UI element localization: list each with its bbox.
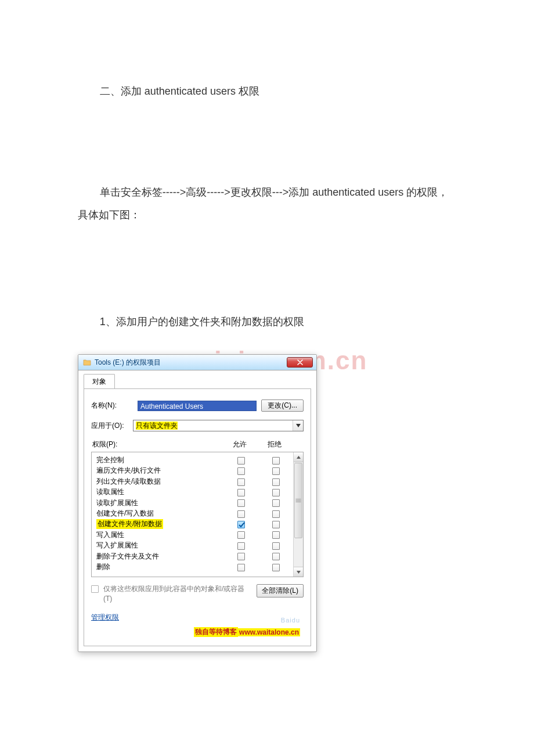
permission-row: 删除子文件夹及文件 (96, 551, 293, 561)
permission-row: 完全控制 (96, 455, 293, 465)
allow-checkbox[interactable] (237, 542, 245, 550)
tab-body: 名称(N): Authenticated Users 更改(C)... 应用于(… (84, 388, 311, 646)
allow-checkbox[interactable] (237, 499, 245, 507)
permissions-label: 权限(P): (92, 440, 222, 449)
allow-checkbox[interactable] (237, 510, 245, 518)
permission-label: 完全控制 (96, 455, 223, 465)
permission-row: 创建文件/写入数据 (96, 508, 293, 519)
deny-checkbox[interactable] (272, 467, 280, 475)
deny-checkbox[interactable] (272, 478, 280, 486)
permission-label: 删除 (96, 562, 223, 572)
permission-row: 写入扩展属性 (96, 541, 293, 551)
permission-label: 删除子文件夹及文件 (96, 552, 223, 561)
permission-label: 读取属性 (96, 487, 223, 497)
permission-label: 创建文件/写入数据 (96, 509, 223, 519)
allow-checkbox[interactable] (237, 564, 245, 571)
permission-row: 列出文件夹/读取数据 (96, 476, 293, 487)
manage-permissions-link[interactable]: 管理权限 (91, 613, 119, 622)
permission-row: 写入属性 (96, 530, 293, 540)
footer-url: www.waitalone.cn (238, 628, 300, 636)
apply-only-label: 仅将这些权限应用到此容器中的对象和/或容器(T) (103, 584, 252, 603)
deny-checkbox[interactable] (272, 553, 280, 560)
deny-checkbox[interactable] (272, 542, 280, 550)
doc-step: 1、添加用户的创建文件夹和附加数据的权限 (78, 311, 456, 334)
applyto-value: 只有该文件夹 (136, 422, 178, 430)
apply-only-checkbox[interactable] (91, 585, 99, 593)
deny-checkbox[interactable] (272, 499, 280, 507)
permission-row: 读取扩展属性 (96, 498, 293, 508)
tab-object[interactable]: 对象 (84, 374, 115, 388)
applyto-label: 应用于(O): (91, 421, 133, 431)
chevron-down-icon (293, 420, 303, 431)
permission-label: 写入属性 (96, 530, 223, 540)
allow-checkbox[interactable] (237, 489, 245, 496)
scrollbar[interactable] (293, 452, 303, 577)
dialog-title: Tools (E:) 的权限项目 (95, 358, 283, 368)
scroll-down-icon[interactable] (294, 567, 303, 577)
permission-row: 遍历文件夹/执行文件 (96, 466, 293, 476)
name-label: 名称(N): (91, 401, 133, 411)
allow-checkbox[interactable] (237, 553, 245, 560)
permission-label: 遍历文件夹/执行文件 (96, 466, 223, 476)
allow-checkbox[interactable] (237, 531, 245, 539)
permissions-list: 完全控制遍历文件夹/执行文件列出文件夹/读取数据读取属性读取扩展属性创建文件/写… (91, 452, 304, 577)
footer-ghost-text: Baidu (281, 617, 300, 624)
dialog-titlebar: Tools (E:) 的权限项目 (78, 355, 316, 370)
allow-checkbox[interactable] (237, 457, 245, 465)
close-button[interactable] (287, 357, 313, 368)
col-deny: 拒绝 (257, 440, 292, 449)
permission-label: 读取扩展属性 (96, 498, 223, 508)
principal-name: Authenticated Users (138, 401, 257, 411)
footer-prefix: 独自等待博客 (194, 627, 238, 637)
deny-checkbox[interactable] (272, 457, 280, 465)
permission-label: 写入扩展属性 (96, 541, 223, 550)
change-button[interactable]: 更改(C)... (261, 399, 304, 412)
permission-label: 创建文件夹/附加数据 (96, 519, 223, 529)
deny-checkbox[interactable] (272, 510, 280, 518)
applyto-select[interactable]: 只有该文件夹 (133, 420, 304, 431)
allow-checkbox[interactable] (237, 521, 245, 528)
clear-all-button[interactable]: 全部清除(L) (257, 584, 304, 597)
permission-row: 读取属性 (96, 487, 293, 498)
doc-heading: 二、添加 authenticated users 权限 (78, 80, 456, 103)
permission-label: 列出文件夹/读取数据 (96, 477, 223, 487)
col-allow: 允许 (222, 440, 257, 449)
permission-row: 创建文件夹/附加数据 (96, 519, 293, 530)
folder-icon (83, 358, 91, 366)
deny-checkbox[interactable] (272, 531, 280, 539)
scrollbar-thumb[interactable] (294, 463, 302, 538)
deny-checkbox[interactable] (272, 564, 280, 571)
scroll-up-icon[interactable] (294, 452, 303, 462)
doc-paragraph: 单击安全标签----->高级----->更改权限--->添加 authentic… (78, 181, 456, 227)
permission-row: 删除 (96, 561, 293, 572)
allow-checkbox[interactable] (237, 478, 245, 486)
deny-checkbox[interactable] (272, 489, 280, 496)
allow-checkbox[interactable] (237, 467, 245, 475)
deny-checkbox[interactable] (272, 521, 280, 528)
close-icon (297, 359, 303, 365)
permission-entry-dialog: Tools (E:) 的权限项目 对象 名称(N): Authenticated… (78, 354, 317, 651)
